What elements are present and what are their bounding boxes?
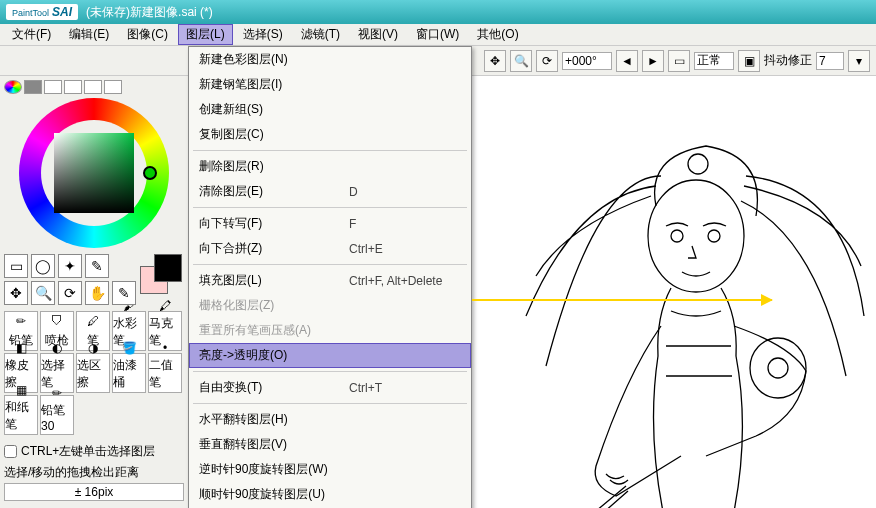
brush-和纸笔[interactable]: ▦和纸笔 xyxy=(4,395,38,435)
svg-point-4 xyxy=(750,338,806,398)
dd-item[interactable]: 向下转写(F)F xyxy=(189,211,471,236)
dd-item-label: 自由变换(T) xyxy=(199,379,349,396)
scratchpad-icon[interactable] xyxy=(104,80,122,94)
fg-color-swatch[interactable] xyxy=(154,254,182,282)
dd-item-label: 栅格化图层(Z) xyxy=(199,297,349,314)
dd-item[interactable]: 创建新组(S) xyxy=(189,97,471,122)
eyedropper-tool-icon[interactable]: ✎ xyxy=(112,281,136,305)
drag-threshold-label: 选择/移动的拖拽检出距离 xyxy=(4,465,139,479)
dd-item[interactable]: 清除图层(E)D xyxy=(189,179,471,204)
menu-window[interactable]: 窗口(W) xyxy=(408,24,467,45)
dd-item-label: 垂直翻转图层(V) xyxy=(199,436,349,453)
brush-label: 铅笔30 xyxy=(41,402,73,433)
brush-icon: ✏ xyxy=(48,386,66,400)
dd-item-shortcut: Ctrl+T xyxy=(349,381,382,395)
wand-tool-icon[interactable]: ✦ xyxy=(58,254,82,278)
brush-油漆桶[interactable]: 🪣油漆桶 xyxy=(112,353,146,393)
color-square[interactable] xyxy=(54,133,134,213)
brush-icon: ✏ xyxy=(12,312,30,330)
dd-item[interactable]: 自由变换(T)Ctrl+T xyxy=(189,375,471,400)
brush-二值笔[interactable]: •二值笔 xyxy=(148,353,182,393)
color-wheel-mode-icon[interactable] xyxy=(4,80,22,94)
menu-file[interactable]: 文件(F) xyxy=(4,24,59,45)
dd-item[interactable]: 逆时针90度旋转图层(W) xyxy=(189,457,471,482)
svg-point-0 xyxy=(648,180,744,292)
dd-item[interactable]: 新建钢笔图层(I) xyxy=(189,72,471,97)
dd-item[interactable]: 填充图层(L)Ctrl+F, Alt+Delete xyxy=(189,268,471,293)
flip-h-icon[interactable]: ▭ xyxy=(668,50,690,72)
menu-other[interactable]: 其他(O) xyxy=(469,24,526,45)
color-bar-mode-icon[interactable] xyxy=(24,80,42,94)
brush-icon: ⛉ xyxy=(48,312,66,330)
color-bars3-icon[interactable] xyxy=(64,80,82,94)
hand-tool-icon[interactable]: ✋ xyxy=(85,281,109,305)
lasso-tool-icon[interactable]: ◯ xyxy=(31,254,55,278)
dd-item-label: 清除图层(E) xyxy=(199,183,349,200)
menu-view[interactable]: 视图(V) xyxy=(350,24,406,45)
brush-label: 二值笔 xyxy=(149,357,181,391)
brush-label: 选区擦 xyxy=(77,357,109,391)
brush-icon: ◧ xyxy=(12,341,30,355)
dd-item[interactable]: 亮度->透明度(O) xyxy=(189,343,471,368)
dd-item-label: 新建钢笔图层(I) xyxy=(199,76,349,93)
dd-item[interactable]: 新建色彩图层(N) xyxy=(189,47,471,72)
menu-image[interactable]: 图像(C) xyxy=(119,24,176,45)
brush-icon: 🪣 xyxy=(120,341,138,355)
layer-dropdown: 新建色彩图层(N)新建钢笔图层(I)创建新组(S)复制图层(C)删除图层(R)清… xyxy=(188,46,472,508)
dd-item[interactable]: 垂直翻转图层(V) xyxy=(189,432,471,457)
character-drawing xyxy=(506,116,866,508)
brush-label: 和纸笔 xyxy=(5,399,37,433)
dd-item[interactable]: 水平翻转图层(H) xyxy=(189,407,471,432)
svg-point-2 xyxy=(708,230,720,242)
stabilizer-input[interactable] xyxy=(816,52,844,70)
dd-item[interactable]: 复制图层(C) xyxy=(189,122,471,147)
brush-icon: 🖊 xyxy=(84,312,102,330)
dd-item-label: 复制图层(C) xyxy=(199,126,349,143)
drag-threshold-value[interactable]: ± 16pix xyxy=(4,483,184,501)
angle-input[interactable] xyxy=(562,52,612,70)
dd-item-label: 亮度->透明度(O) xyxy=(199,347,349,364)
stabilizer-label: 抖动修正 xyxy=(764,52,812,69)
rotate-ccw-icon[interactable]: ◄ xyxy=(616,50,638,72)
move-tool-icon[interactable]: ✥ xyxy=(4,281,28,305)
ctrl-click-checkbox[interactable] xyxy=(4,445,17,458)
wheel-cursor[interactable] xyxy=(143,166,157,180)
color-wheel[interactable] xyxy=(19,98,169,248)
color-bars2-icon[interactable] xyxy=(44,80,62,94)
tool-rotate-icon[interactable]: ⟳ xyxy=(536,50,558,72)
menu-edit[interactable]: 编辑(E) xyxy=(61,24,117,45)
palette-icon[interactable] xyxy=(84,80,102,94)
dd-item[interactable]: 向下合拼(Z)Ctrl+E xyxy=(189,236,471,261)
brush-选区擦[interactable]: ◑选区擦 xyxy=(76,353,110,393)
blend-mode-select[interactable] xyxy=(694,52,734,70)
rotate-cw-icon[interactable]: ► xyxy=(642,50,664,72)
dd-item-label: 水平翻转图层(H) xyxy=(199,411,349,428)
zoom-tool-icon[interactable]: 🔍 xyxy=(31,281,55,305)
dd-item-shortcut: D xyxy=(349,185,358,199)
dd-item-label: 创建新组(S) xyxy=(199,101,349,118)
menu-layer[interactable]: 图层(L) xyxy=(178,24,233,45)
fullscreen-icon[interactable]: ▣ xyxy=(738,50,760,72)
ctrl-click-label: CTRL+左键单击选择图层 xyxy=(21,443,155,460)
rotate-tool-icon[interactable]: ⟳ xyxy=(58,281,82,305)
menu-select[interactable]: 选择(S) xyxy=(235,24,291,45)
dropdown-icon[interactable]: ▾ xyxy=(848,50,870,72)
dd-item[interactable]: 顺时针90度旋转图层(U) xyxy=(189,482,471,507)
dd-item-label: 向下转写(F) xyxy=(199,215,349,232)
dd-item-shortcut: F xyxy=(349,217,356,231)
tool-zoom-icon[interactable]: 🔍 xyxy=(510,50,532,72)
pen-tool-icon[interactable]: ✎ xyxy=(85,254,109,278)
dd-item-label: 新建色彩图层(N) xyxy=(199,51,349,68)
tool-pan-icon[interactable]: ✥ xyxy=(484,50,506,72)
window-title: (未保存)新建图像.sai (*) xyxy=(86,4,213,21)
app-logo: PaintTool SAI xyxy=(6,4,78,20)
dd-item-label: 向下合拼(Z) xyxy=(199,240,349,257)
marquee-tool-icon[interactable]: ▭ xyxy=(4,254,28,278)
brush-icon: • xyxy=(156,341,174,355)
dd-item-shortcut: Ctrl+E xyxy=(349,242,383,256)
dd-item-label: 顺时针90度旋转图层(U) xyxy=(199,486,349,503)
dd-item: 栅格化图层(Z) xyxy=(189,293,471,318)
dd-item[interactable]: 删除图层(R) xyxy=(189,154,471,179)
menu-filter[interactable]: 滤镜(T) xyxy=(293,24,348,45)
brush-铅笔30[interactable]: ✏铅笔30 xyxy=(40,395,74,435)
